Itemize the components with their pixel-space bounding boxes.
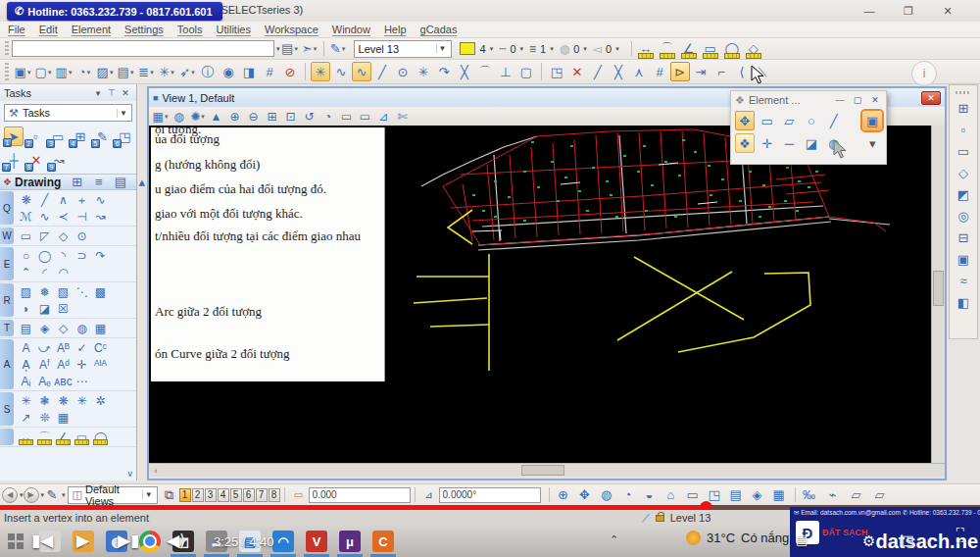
- break-element-icon[interactable]: ╳: [609, 62, 628, 81]
- geographic-icon[interactable]: ⊕: [554, 485, 573, 505]
- trim-icon[interactable]: ⋏: [629, 62, 649, 81]
- zoom-out-icon[interactable]: ⊖: [244, 108, 263, 125]
- hatch-area-tool[interactable]: ▨: [17, 283, 35, 300]
- active-angle-field[interactable]: [439, 487, 541, 503]
- match-pattern-tool[interactable]: ◗: [17, 300, 35, 317]
- align-elements-icon[interactable]: ⊟: [953, 228, 974, 247]
- home-icon[interactable]: ⌂: [662, 485, 681, 505]
- toolbar-handle[interactable]: [5, 41, 9, 56]
- element-selection-icon[interactable]: ◳: [547, 62, 566, 81]
- menu-item-edit[interactable]: Edit: [39, 24, 58, 35]
- smartline-tool[interactable]: ❋: [17, 191, 35, 208]
- stretch-icon[interactable]: ◧: [953, 292, 974, 312]
- pen-dropdown-icon[interactable]: ▾: [62, 491, 66, 499]
- define-origin-tool[interactable]: ✳: [73, 392, 91, 409]
- manipulate-task[interactable]: ▭3: [48, 127, 68, 146]
- settings-gear-icon[interactable]: ⚙: [862, 532, 875, 550]
- windows-start-button[interactable]: [8, 533, 24, 549]
- video-info-icon[interactable]: i: [911, 61, 937, 86]
- measure-length-tool[interactable]: ▭: [73, 429, 91, 445]
- chevron-down-icon[interactable]: ▼: [436, 44, 449, 53]
- more-tools-icon[interactable]: ▾: [862, 133, 882, 153]
- element-toolbox-titlebar[interactable]: ❖ Element ... — ▢ ✕: [731, 91, 886, 109]
- close-panel-icon[interactable]: ✕: [119, 88, 132, 98]
- angle-icon[interactable]: ⊿: [419, 485, 439, 505]
- edit-table-tool[interactable]: ◈: [35, 320, 54, 336]
- close-icon[interactable]: ✕: [868, 95, 882, 105]
- tasks-dropdown-icon[interactable]: ▾: [91, 88, 105, 98]
- menu-item-window[interactable]: Window: [332, 24, 370, 35]
- bspline-tool[interactable]: ↝: [91, 208, 110, 225]
- measure-volume-icon[interactable]: ◇: [744, 39, 763, 59]
- offset-tool[interactable]: ⊣: [73, 208, 91, 225]
- chamfer-icon[interactable]: ⌐: [711, 62, 731, 81]
- lock-icon[interactable]: [656, 515, 664, 522]
- view-toggle-5[interactable]: 5: [230, 488, 242, 502]
- arc-tangent-tool[interactable]: ◜: [35, 264, 54, 280]
- fit-view-icon[interactable]: ⊡: [281, 108, 300, 125]
- pointer-tools-icon[interactable]: ➣: [300, 39, 319, 59]
- place-cell-tool[interactable]: ✳: [17, 392, 35, 409]
- manipulate-fit-icon[interactable]: ✥: [735, 111, 755, 130]
- move-element-icon[interactable]: ▫: [953, 120, 974, 139]
- menu-item-settings[interactable]: Settings: [124, 24, 164, 35]
- measure-area-tool[interactable]: ◯: [91, 429, 110, 445]
- delete-task[interactable]: ✕8: [26, 150, 46, 170]
- geo-sync-icon[interactable]: ◔: [618, 485, 638, 505]
- insert-vertex-icon[interactable]: ⊳: [670, 62, 690, 81]
- arc-edit-tool[interactable]: ⌃: [17, 264, 35, 280]
- details-icon[interactable]: ▤: [726, 485, 746, 505]
- adjust-colors-icon[interactable]: ▲: [207, 108, 225, 125]
- mirror-element-icon[interactable]: ◩: [953, 184, 974, 204]
- table-seed-tool[interactable]: ◇: [54, 320, 73, 336]
- color-dropdown-icon[interactable]: ▾: [490, 45, 494, 53]
- multiline-tool[interactable]: ∧: [54, 191, 73, 208]
- modify-line-icon[interactable]: ╱: [588, 62, 608, 81]
- delete-vertex-icon[interactable]: ⇥: [691, 62, 710, 81]
- chevron-down-icon[interactable]: ▼: [142, 490, 155, 499]
- shape-tool[interactable]: ◸: [35, 228, 54, 244]
- view-groups-combo[interactable]: ◫ Default Views ▼: [68, 486, 158, 504]
- microstation-app-icon[interactable]: μ: [339, 531, 361, 552]
- render-icon[interactable]: ◨: [239, 62, 259, 81]
- half-ellipse-tool[interactable]: ⊃: [73, 247, 91, 264]
- measure-distance-tool[interactable]: ↔: [17, 429, 35, 445]
- globe-icon[interactable]: ◍: [824, 133, 844, 153]
- copy-enter-data-tool[interactable]: Aᵢ: [17, 373, 35, 389]
- acs-plane-icon[interactable]: ✥: [575, 485, 595, 505]
- back-dropdown-icon[interactable]: ▾: [20, 491, 24, 499]
- acs-icon[interactable]: ▭: [289, 485, 309, 505]
- no-feature-icon[interactable]: ⊘: [280, 62, 300, 81]
- construct-array-icon[interactable]: ◎: [953, 206, 974, 226]
- back-button[interactable]: ◀: [2, 487, 18, 503]
- view-toggle-4[interactable]: 4: [218, 488, 229, 502]
- style-dropdown-icon[interactable]: ▾: [520, 45, 524, 53]
- arc-3pt-tool[interactable]: ◠: [54, 264, 73, 280]
- play-button[interactable]: ▶: [76, 531, 89, 551]
- arc-tool[interactable]: ◝: [54, 247, 73, 264]
- point-tool[interactable]: ＋: [73, 191, 91, 208]
- delete-pattern-tool[interactable]: ☒: [54, 300, 73, 317]
- layout-list-icon[interactable]: ≡: [88, 173, 108, 192]
- change-attributes-icon[interactable]: ❖: [735, 133, 755, 153]
- element-info-icon[interactable]: ⓘ: [198, 62, 218, 81]
- menu-item-tools[interactable]: Tools: [177, 24, 203, 35]
- restore-icon[interactable]: ▢: [851, 95, 864, 105]
- text-styles-tool[interactable]: ᴬᴵᴬ: [91, 356, 110, 373]
- match-text-tool[interactable]: Aᶠ: [35, 356, 54, 373]
- active-color-swatch[interactable]: [460, 42, 475, 55]
- freehand-tool[interactable]: ℳ: [17, 208, 35, 225]
- place-terminator-tool[interactable]: ↗: [17, 409, 35, 426]
- fillet-icon[interactable]: ⟨: [732, 62, 752, 81]
- element-selection-task[interactable]: ➤1: [4, 127, 24, 146]
- accudraw-icon[interactable]: ✳: [311, 62, 330, 81]
- miniplayer-icon[interactable]: ◳: [902, 532, 913, 547]
- copy-element-icon[interactable]: ⊞: [953, 98, 974, 118]
- snap-nearest-icon[interactable]: ∿: [331, 62, 351, 81]
- grid-icon[interactable]: #: [260, 62, 279, 81]
- volume-icon[interactable]: ◀⟩: [167, 531, 186, 551]
- fence-task[interactable]: ▫2: [26, 127, 46, 146]
- keyin-input[interactable]: [12, 40, 274, 57]
- presentation-icon[interactable]: ◍: [170, 108, 188, 125]
- point-clouds-icon[interactable]: ▨: [95, 62, 115, 81]
